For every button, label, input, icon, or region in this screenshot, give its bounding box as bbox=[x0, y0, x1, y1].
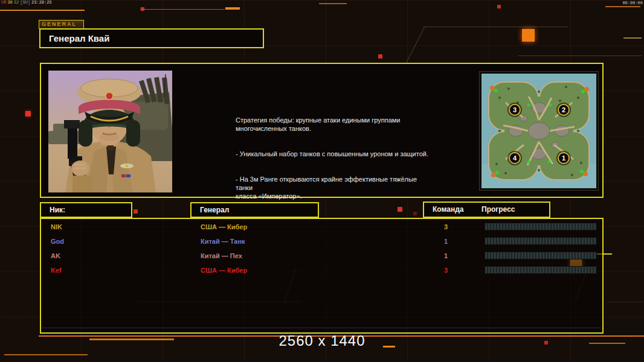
general-title-box: Генерал Квай bbox=[39, 28, 264, 48]
stat-tag: [SU] bbox=[20, 0, 30, 5]
column-header-nick: Ник: bbox=[40, 202, 132, 218]
player-row: NIK США — Кибер 3 bbox=[41, 220, 602, 233]
decor-trace bbox=[423, 27, 568, 27]
system-stats-overlay: UR3032[SU]23:29:25 bbox=[1, 1, 53, 5]
decor-dash bbox=[140, 9, 225, 10]
decor-square-red bbox=[141, 7, 144, 11]
player-team: 3 bbox=[434, 264, 458, 277]
general-header-label: Генерал bbox=[200, 203, 229, 217]
player-nick: AK bbox=[51, 249, 60, 262]
players-table: NIK США — Кибер 3 God Китай — Танк 1 AK … bbox=[40, 218, 604, 334]
tab-general: GENERAL bbox=[39, 20, 84, 29]
description-paragraph: Стратегия победы: крупные атаки едиными … bbox=[236, 116, 435, 133]
player-general: США — Кибер bbox=[201, 264, 247, 277]
progress-bar bbox=[485, 223, 597, 230]
spawn-point-2: 2 bbox=[558, 104, 570, 116]
player-team: 1 bbox=[434, 249, 458, 262]
nick-header-label: Ник: bbox=[50, 203, 65, 217]
general-portrait bbox=[48, 71, 172, 192]
progress-bar bbox=[485, 237, 597, 245]
player-general: Китай — Танк bbox=[201, 235, 245, 248]
decor-trace bbox=[406, 27, 425, 63]
stat-value: 32 bbox=[14, 0, 19, 5]
match-timer: 00:00:00 bbox=[622, 1, 643, 5]
progress-header-label: Прогресс bbox=[481, 203, 515, 216]
player-row: AK Китай — Пех 1 bbox=[41, 249, 602, 262]
description-paragraph: - Уникальный набор танков с повышенным у… bbox=[236, 150, 435, 158]
clock-value: 23:29:25 bbox=[31, 0, 52, 5]
decor-dash bbox=[589, 343, 625, 344]
decor-dash bbox=[225, 7, 240, 10]
decor-trace bbox=[518, 56, 642, 56]
decor-dash bbox=[89, 338, 174, 340]
stat-value: 30 bbox=[7, 0, 12, 5]
decor-dash bbox=[623, 37, 642, 39]
decor-dash bbox=[4, 354, 88, 355]
general-description: Стратегия победы: крупные атаки едиными … bbox=[236, 107, 435, 217]
column-header-team-progress: Команда Прогресс bbox=[423, 202, 550, 218]
decor-square-red bbox=[25, 111, 31, 116]
column-header-general: Генерал bbox=[190, 202, 319, 218]
spawn-point-1: 1 bbox=[558, 152, 570, 164]
player-general: США — Кибер bbox=[201, 220, 247, 233]
player-general: Китай — Пех bbox=[201, 249, 242, 262]
stat-label: UR bbox=[1, 0, 6, 5]
progress-bar bbox=[485, 266, 597, 274]
player-nick: Kef bbox=[51, 264, 62, 277]
decor-dash bbox=[383, 346, 395, 348]
page-title: Генерал Квай bbox=[40, 30, 263, 47]
spawn-point-3: 3 bbox=[509, 104, 521, 116]
player-nick: NIK bbox=[51, 220, 62, 233]
map-preview-image bbox=[481, 74, 596, 188]
general-info-panel: Стратегия победы: крупные атаки едиными … bbox=[40, 63, 604, 198]
decor-dash bbox=[319, 3, 347, 4]
player-team: 1 bbox=[434, 235, 458, 248]
description-paragraph: - На 3м Ранге открываются крайне эффекти… bbox=[236, 175, 435, 200]
resolution-label: 2560 x 1440 bbox=[262, 332, 382, 349]
general-portrait-image bbox=[48, 71, 172, 192]
map-preview: 3 2 4 1 bbox=[480, 72, 598, 190]
decor-square-red bbox=[378, 54, 382, 59]
decor-blue-line bbox=[42, 328, 601, 328]
progress-bar bbox=[485, 252, 597, 259]
decor-square-orange bbox=[522, 29, 535, 42]
player-team: 3 bbox=[434, 220, 458, 233]
decor-trace bbox=[607, 302, 643, 302]
decor-dash bbox=[605, 6, 640, 7]
spawn-point-4: 4 bbox=[509, 152, 521, 164]
decor-square-red bbox=[134, 209, 138, 214]
lobby-loading-screen: UR3032[SU]23:29:25 00:00:00 GENERAL Гене… bbox=[0, 0, 644, 362]
decor-square-red bbox=[497, 5, 501, 8]
team-header-label: Команда bbox=[433, 203, 463, 216]
player-row: Kef США — Кибер 3 bbox=[41, 264, 602, 277]
player-nick: God bbox=[51, 235, 64, 248]
decor-square-red bbox=[544, 341, 548, 345]
player-row: God Китай — Танк 1 bbox=[41, 235, 602, 248]
decor-dash bbox=[0, 10, 85, 11]
